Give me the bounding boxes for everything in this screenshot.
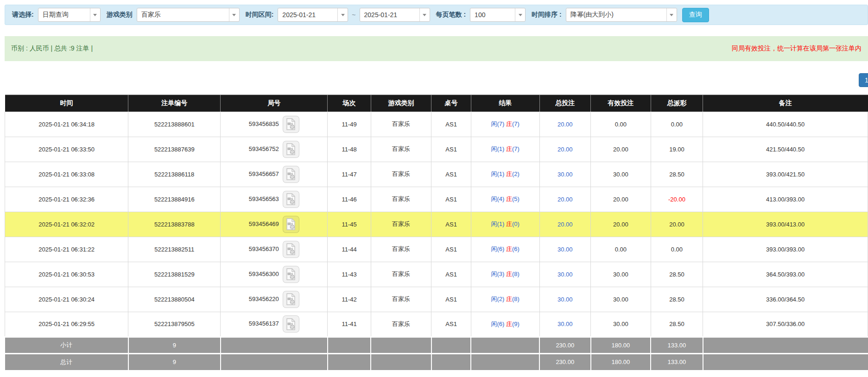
bet-id-cell: 522213879505 <box>128 312 221 337</box>
table-row: 2025-01-21 06:29:55522213879505593456137… <box>5 312 868 337</box>
video-replay-button[interactable] <box>283 166 299 183</box>
banker-result: 庄 <box>506 145 512 152</box>
video-file-icon <box>286 243 296 255</box>
currency-total-text: 币别 : 人民币 | 总共 :9 注单 | <box>11 44 93 53</box>
total-bet-cell: 20.00 <box>539 212 591 237</box>
game-type-cell: 百家乐 <box>371 112 431 137</box>
chevron-down-icon[interactable] <box>419 8 430 21</box>
session-cell: 11-46 <box>328 187 371 212</box>
bet-id-cell: 522213887639 <box>128 137 221 162</box>
result-cell: 闲(1) 庄(0) <box>471 212 539 237</box>
valid-bet-cell: 30.00 <box>591 162 651 187</box>
video-replay-button[interactable] <box>283 241 299 258</box>
header-round-id: 局号 <box>221 94 328 112</box>
payout-cell: 28.50 <box>651 287 703 312</box>
page-size-label: 每页笔数 : <box>436 11 466 19</box>
header-payout: 总派彩 <box>651 94 703 112</box>
player-result: 闲(1) <box>491 220 504 227</box>
pagination-row: 1 <box>5 61 868 94</box>
time-cell: 2025-01-21 06:30:53 <box>5 262 128 287</box>
video-file-icon <box>286 143 296 155</box>
result-cell: 闲(1) 庄(7) <box>471 137 539 162</box>
video-replay-button[interactable] <box>283 116 299 133</box>
header-game-type: 游戏类别 <box>371 94 431 112</box>
sort-order-label: 时间排序 : <box>532 11 562 19</box>
payout-cell: 19.00 <box>651 137 703 162</box>
round-id-value: 593456835 <box>249 120 279 127</box>
subtotal-count: 9 <box>128 337 221 353</box>
video-replay-button[interactable] <box>283 291 299 308</box>
result-cell: 闲(4) 庄(5) <box>471 187 539 212</box>
chevron-down-icon[interactable] <box>229 8 239 21</box>
bet-id-cell: 522213884916 <box>128 187 221 212</box>
player-result: 闲(1) <box>491 170 504 177</box>
chevron-down-icon[interactable] <box>90 8 100 21</box>
search-button[interactable]: 查询 <box>682 8 709 22</box>
header-result: 结果 <box>471 94 539 112</box>
chevron-down-icon[interactable] <box>337 8 348 21</box>
banker-result: 庄 <box>506 245 512 252</box>
bet-id-cell: 522213881529 <box>128 262 221 287</box>
video-file-icon <box>286 218 296 230</box>
valid-bet-cell: 30.00 <box>591 287 651 312</box>
video-replay-button[interactable] <box>283 216 299 233</box>
chevron-down-icon[interactable] <box>515 8 525 21</box>
video-replay-button[interactable] <box>283 141 299 158</box>
round-id-cell: 593456469 <box>221 212 328 237</box>
date-range-label: 时间区间: <box>246 11 274 19</box>
note-cell: 364.50/393.00 <box>703 262 868 287</box>
note-cell: 393.00/421.50 <box>703 162 868 187</box>
time-cell: 2025-01-21 06:31:22 <box>5 237 128 262</box>
player-result: 闲(7) <box>491 120 504 127</box>
banker-result: 庄 <box>506 270 512 277</box>
game-type-label: 游戏类别 <box>107 11 133 19</box>
query-type-select[interactable]: 日期查询 <box>38 8 101 22</box>
table-row: 2025-01-21 06:33:50522213887639593456752… <box>5 137 868 162</box>
game-type-select[interactable]: 百家乐 <box>137 8 240 22</box>
round-id-value: 593456300 <box>249 270 279 277</box>
summary-bar: 币别 : 人民币 | 总共 :9 注单 | 同局有效投注，统一计算在该局第一张注… <box>5 36 868 61</box>
round-id-cell: 593456300 <box>221 262 328 287</box>
grand-total-valid-bet: 180.00 <box>591 353 651 370</box>
note-cell: 440.50/440.50 <box>703 112 868 137</box>
total-bet-cell: 30.00 <box>539 162 591 187</box>
time-cell: 2025-01-21 06:32:36 <box>5 187 128 212</box>
header-note: 备注 <box>703 94 868 112</box>
session-cell: 11-47 <box>328 162 371 187</box>
video-file-icon <box>286 268 296 280</box>
game-type-cell: 百家乐 <box>371 312 431 337</box>
page-1-button[interactable]: 1 <box>859 73 868 87</box>
sort-order-select[interactable]: 降幂(由大到小) <box>566 8 677 22</box>
valid-bet-cell: 0.00 <box>591 237 651 262</box>
valid-bet-cell: 20.00 <box>591 212 651 237</box>
total-bet-cell: 20.00 <box>539 137 591 162</box>
video-file-icon <box>286 118 296 130</box>
date-from-value: 2025-01-21 <box>278 8 337 21</box>
player-result: 闲(3) <box>491 270 504 277</box>
date-to-select[interactable]: 2025-01-21 <box>360 8 430 22</box>
total-bet-cell: 30.00 <box>539 262 591 287</box>
session-cell: 11-49 <box>328 112 371 137</box>
banker-result-points: (2) <box>512 170 520 177</box>
payout-cell: 0.00 <box>651 237 703 262</box>
query-type-value: 日期查询 <box>38 8 90 21</box>
video-replay-button[interactable] <box>283 266 299 283</box>
date-from-select[interactable]: 2025-01-21 <box>278 8 348 22</box>
note-cell: 307.50/336.00 <box>703 312 868 337</box>
filter-toolbar: 请选择: 日期查询 游戏类别 百家乐 时间区间: 2025-01-21 ~ 20… <box>5 5 868 25</box>
round-id-value: 593456137 <box>249 320 279 327</box>
round-id-value: 593456657 <box>249 170 279 177</box>
banker-result-points: (9) <box>512 320 520 327</box>
video-replay-button[interactable] <box>283 191 299 208</box>
banker-result-points: (5) <box>512 195 520 202</box>
total-bet-cell: 30.00 <box>539 312 591 337</box>
video-replay-button[interactable] <box>283 315 299 333</box>
query-type-label: 请选择: <box>12 11 34 19</box>
video-file-icon <box>286 293 296 305</box>
chevron-down-icon[interactable] <box>666 8 677 21</box>
page-size-select[interactable]: 100 <box>470 8 526 22</box>
table-cell: AS1 <box>431 187 471 212</box>
grand-total-payout: 133.00 <box>651 353 703 370</box>
banker-result: 庄 <box>506 195 512 202</box>
table-cell: AS1 <box>431 237 471 262</box>
